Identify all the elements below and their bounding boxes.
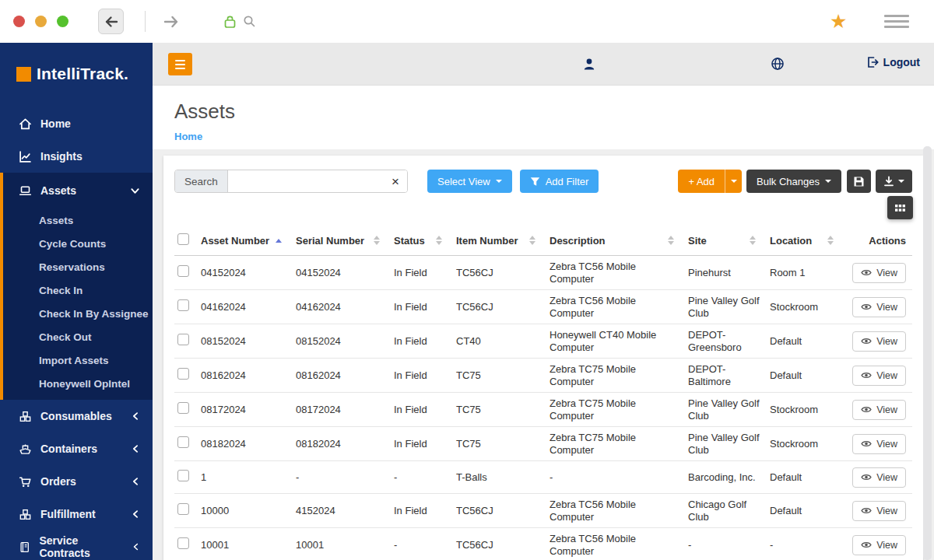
browser-menu-icon[interactable] xyxy=(884,15,909,28)
view-button[interactable]: View xyxy=(852,400,906,420)
header-description[interactable]: Description xyxy=(546,226,685,256)
add-filter-button[interactable]: Add Filter xyxy=(520,170,599,193)
eye-icon xyxy=(861,371,872,380)
sidebar-item-service-contracts[interactable]: Service Contracts xyxy=(0,530,153,560)
view-button[interactable]: View xyxy=(852,501,906,521)
view-button[interactable]: View xyxy=(852,467,906,488)
view-button[interactable]: View xyxy=(852,535,906,555)
table-row: 08172024 08172024 In Field TC75 Zebra TC… xyxy=(174,393,912,427)
sidebar-subitem[interactable]: Check In By Assignee xyxy=(3,302,153,325)
row-checkbox[interactable] xyxy=(177,470,189,481)
sidebar-item-fulfillment[interactable]: Fulfillment xyxy=(0,498,153,530)
browser-back-button[interactable] xyxy=(98,9,124,34)
view-button[interactable]: View xyxy=(852,263,906,283)
main-content: Assets Home Search × Select View Add Fil… xyxy=(153,86,934,560)
actions-cell: View xyxy=(844,528,912,560)
sidebar-subitem[interactable]: Assets xyxy=(3,208,153,232)
view-label: View xyxy=(876,439,897,450)
asset-number-cell: 10001 xyxy=(198,528,293,560)
sidebar-item-label: Containers xyxy=(40,443,97,455)
sidebar-item-home[interactable]: Home xyxy=(0,107,153,140)
header-item-number[interactable]: Item Number xyxy=(453,226,546,256)
view-label: View xyxy=(876,370,897,381)
sort-icon xyxy=(668,236,674,245)
status-cell: - xyxy=(391,461,453,494)
view-button[interactable]: View xyxy=(852,434,906,454)
caret-down-icon xyxy=(496,180,502,183)
asset-number-cell: 04152024 xyxy=(198,256,293,290)
sidebar-subitem-label: Cycle Counts xyxy=(39,238,106,250)
browser-forward-button[interactable] xyxy=(162,12,181,31)
bookmark-star-icon[interactable]: ★ xyxy=(830,9,847,33)
window-close-button[interactable] xyxy=(13,16,25,27)
search-clear-button[interactable]: × xyxy=(384,170,407,192)
user-account-icon[interactable] xyxy=(582,57,596,72)
logout-label: Logout xyxy=(883,56,920,68)
row-select-cell xyxy=(174,290,198,324)
select-view-button[interactable]: Select View xyxy=(427,170,512,193)
row-checkbox[interactable] xyxy=(177,265,189,277)
description-cell: Zebra TC75 Mobile Computer xyxy=(546,359,685,393)
view-button[interactable]: View xyxy=(852,366,906,386)
logout-button[interactable]: Logout xyxy=(866,56,920,68)
row-checkbox[interactable] xyxy=(177,334,189,345)
header-status[interactable]: Status xyxy=(391,226,453,256)
status-cell: In Field xyxy=(391,256,453,290)
sidebar-item-orders[interactable]: Orders xyxy=(0,465,153,498)
export-download-button[interactable] xyxy=(876,170,912,193)
header-asset-number[interactable]: Asset Number xyxy=(198,226,293,256)
search-input[interactable] xyxy=(228,170,384,192)
location-cell: Default xyxy=(767,324,844,359)
sidebar-subitem[interactable]: Reservations xyxy=(3,255,153,278)
row-checkbox[interactable] xyxy=(177,503,189,515)
site-cell: Pinehurst xyxy=(685,256,767,290)
row-checkbox[interactable] xyxy=(177,436,189,448)
sidebar-subitem[interactable]: Import Assets xyxy=(3,348,153,372)
sidebar-subitem[interactable]: Check In xyxy=(3,278,153,302)
eye-icon xyxy=(861,268,872,277)
table-row: 10001 10001 - TC56CJ Zebra TC56 Mobile C… xyxy=(174,528,912,560)
add-button[interactable]: + Add xyxy=(678,170,725,193)
laptop-icon xyxy=(19,184,32,198)
view-button[interactable]: View xyxy=(852,297,906,317)
actions-cell: View xyxy=(844,494,912,528)
description-cell: Zebra TC56 Mobile Computer xyxy=(546,290,685,324)
site-cell: Pine Valley Golf Club xyxy=(685,427,767,461)
row-checkbox[interactable] xyxy=(177,368,189,380)
header-location[interactable]: Location xyxy=(767,226,844,256)
sidebar-item-insights[interactable]: Insights xyxy=(0,140,153,173)
sidebar-item-assets[interactable]: Assets xyxy=(3,173,153,208)
vertical-scrollbar[interactable] xyxy=(923,146,932,560)
row-checkbox[interactable] xyxy=(177,402,189,414)
select-all-checkbox[interactable] xyxy=(177,233,189,245)
row-select-cell xyxy=(174,461,198,494)
sidebar-item-containers[interactable]: Containers xyxy=(0,432,153,465)
sidebar-toggle-button[interactable] xyxy=(168,53,192,75)
sidebar-subitem[interactable]: Honeywell OpIntel xyxy=(3,372,153,395)
contract-book-icon xyxy=(19,541,30,554)
language-globe-icon[interactable] xyxy=(771,57,785,71)
item-number-cell: TC56CJ xyxy=(453,256,546,290)
row-checkbox[interactable] xyxy=(177,537,189,549)
save-view-button[interactable] xyxy=(847,170,871,193)
window-minimize-button[interactable] xyxy=(35,16,47,27)
sidebar-subitem[interactable]: Check Out xyxy=(3,325,153,348)
row-checkbox[interactable] xyxy=(177,299,189,311)
logout-icon xyxy=(866,56,879,68)
forward-arrow-icon xyxy=(162,12,181,31)
sidebar-subitem[interactable]: Cycle Counts xyxy=(3,232,153,255)
add-dropdown-toggle[interactable] xyxy=(725,170,742,193)
breadcrumb-home-link[interactable]: Home xyxy=(174,131,202,142)
item-number-cell: TC75 xyxy=(453,393,546,427)
lock-icon[interactable] xyxy=(223,14,237,29)
bulk-changes-button[interactable]: Bulk Changes xyxy=(746,170,841,193)
header-site[interactable]: Site xyxy=(685,226,767,256)
browser-search-icon[interactable] xyxy=(243,15,256,28)
row-select-cell xyxy=(174,427,198,461)
header-serial-number[interactable]: Serial Number xyxy=(293,226,391,256)
sidebar-item-consumables[interactable]: Consumables xyxy=(0,400,153,432)
logo-square-icon xyxy=(16,67,31,82)
export-grid-option[interactable] xyxy=(887,196,913,219)
view-button[interactable]: View xyxy=(852,331,906,352)
window-maximize-button[interactable] xyxy=(57,16,68,27)
